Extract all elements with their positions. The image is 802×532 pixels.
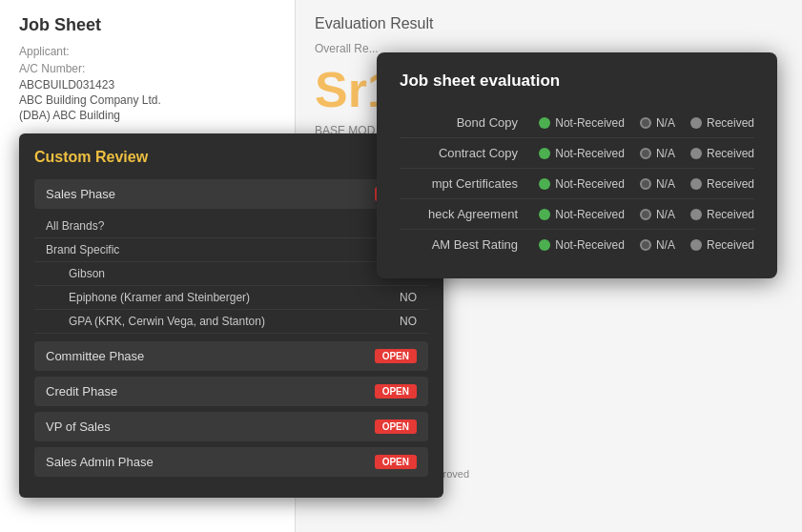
heck-not-received-label: Not-Received	[555, 208, 625, 221]
ac-label: A/C Number:	[0, 60, 295, 77]
gibson-row: Gibson	[34, 262, 428, 286]
contract-received-label: Received	[707, 147, 754, 160]
heck-received[interactable]: Received	[690, 208, 754, 221]
am-best-rating-options: Not-Received N/A Received	[533, 238, 754, 252]
mpt-na[interactable]: N/A	[640, 177, 675, 191]
gpa-value: NO	[400, 315, 417, 328]
am-received-dot	[690, 239, 702, 251]
bond-not-received-dot	[539, 117, 550, 129]
bond-copy-label: Bond Copy	[400, 115, 533, 130]
bond-copy-row: Bond Copy Not-Received N/A Received	[400, 108, 754, 138]
heck-na-dot	[640, 209, 651, 220]
bond-not-received[interactable]: Not-Received	[539, 116, 625, 130]
bond-na[interactable]: N/A	[640, 116, 675, 130]
am-na-dot	[640, 239, 651, 251]
am-received-label: Received	[707, 238, 754, 252]
mpt-received[interactable]: Received	[690, 177, 754, 191]
mpt-received-dot	[690, 178, 702, 190]
heck-na-label: N/A	[656, 208, 675, 221]
am-na[interactable]: N/A	[640, 238, 675, 252]
brand-specific-label: Brand Specific	[46, 243, 400, 256]
contract-copy-label: Contract Copy	[400, 146, 533, 160]
sales-admin-phase-row[interactable]: Sales Admin Phase OPEN	[34, 447, 428, 477]
sales-admin-phase-label: Sales Admin Phase	[46, 455, 375, 469]
mpt-not-received[interactable]: Not-Received	[539, 177, 625, 191]
bond-received[interactable]: Received	[690, 116, 754, 130]
epiphone-value: NO	[400, 291, 417, 304]
sales-admin-phase-badge: OPEN	[375, 455, 417, 469]
heck-received-label: Received	[707, 208, 754, 221]
contract-not-received[interactable]: Not-Received	[539, 147, 625, 160]
heck-received-dot	[690, 209, 702, 220]
applicant-label: Applicant:	[0, 43, 295, 60]
brand-specific-row: Brand Specific NO	[34, 238, 428, 262]
am-not-received-dot	[539, 239, 550, 251]
committee-phase-badge: OPEN	[375, 349, 417, 363]
job-sheet-title: Job Sheet	[0, 0, 295, 43]
gpa-row: GPA (KRK, Cerwin Vega, and Stanton) NO	[34, 310, 428, 334]
epiphone-row: Epiphone (Kramer and Steinberger) NO	[34, 286, 428, 310]
committee-phase-row[interactable]: Committee Phase OPEN	[34, 341, 428, 371]
am-na-label: N/A	[656, 238, 675, 252]
gpa-label: GPA (KRK, Cerwin Vega, and Stanton)	[46, 315, 400, 328]
mpt-certs-options: Not-Received N/A Received	[533, 177, 754, 191]
contract-copy-options: Not-Received N/A Received	[533, 147, 754, 160]
bond-na-label: N/A	[656, 116, 675, 130]
contract-received-dot	[690, 148, 702, 159]
am-best-rating-row: AM Best Rating Not-Received N/A Received	[400, 230, 754, 259]
heck-agreement-label: heck Agreement	[400, 207, 533, 221]
credit-phase-badge: OPEN	[375, 384, 417, 399]
mpt-not-received-dot	[539, 178, 550, 190]
all-brands-row: All Brands? NO	[34, 215, 428, 238]
heck-agreement-row: heck Agreement Not-Received N/A Received	[400, 199, 754, 230]
ac-value: ABCBUILD031423	[0, 77, 295, 92]
company-name: ABC Building Company Ltd.	[0, 92, 295, 108]
heck-agreement-options: Not-Received N/A Received	[533, 208, 754, 221]
epiphone-label: Epiphone (Kramer and Steinberger)	[46, 291, 400, 304]
contract-not-received-label: Not-Received	[555, 147, 625, 160]
bond-received-dot	[690, 117, 702, 129]
am-not-received-label: Not-Received	[555, 238, 625, 252]
committee-phase-label: Committee Phase	[46, 349, 375, 363]
contract-na[interactable]: N/A	[640, 147, 675, 160]
bond-received-label: Received	[707, 116, 754, 130]
all-brands-label: All Brands?	[46, 219, 400, 233]
mpt-certs-row: mpt Certificates Not-Received N/A Receiv…	[400, 169, 754, 199]
mpt-certs-label: mpt Certificates	[400, 176, 533, 191]
am-best-rating-label: AM Best Rating	[400, 237, 533, 252]
am-not-received[interactable]: Not-Received	[539, 238, 625, 252]
job-eval-modal: Job sheet evaluation Bond Copy Not-Recei…	[377, 52, 777, 278]
heck-na[interactable]: N/A	[640, 208, 675, 221]
mpt-received-label: Received	[707, 177, 754, 191]
bond-not-received-label: Not-Received	[555, 116, 625, 130]
contract-na-dot	[640, 148, 651, 159]
mpt-not-received-label: Not-Received	[555, 177, 625, 191]
contract-copy-row: Contract Copy Not-Received N/A Received	[400, 138, 754, 169]
job-eval-title: Job sheet evaluation	[400, 72, 754, 91]
credit-phase-label: Credit Phase	[46, 384, 375, 399]
am-received[interactable]: Received	[690, 238, 754, 252]
sales-phase-row[interactable]: Sales Phase OPEN	[34, 179, 428, 209]
heck-not-received-dot	[539, 209, 550, 220]
contract-not-received-dot	[539, 148, 550, 159]
eval-result-title: Evaluation Result	[296, 0, 802, 40]
sales-phase-label: Sales Phase	[46, 187, 375, 201]
bond-copy-options: Not-Received N/A Received	[533, 116, 754, 130]
vp-sales-row[interactable]: VP of Sales OPEN	[34, 412, 428, 441]
vp-sales-badge: OPEN	[375, 419, 417, 434]
mpt-na-label: N/A	[656, 177, 675, 191]
credit-phase-row[interactable]: Credit Phase OPEN	[34, 377, 428, 406]
mpt-na-dot	[640, 178, 651, 190]
contract-received[interactable]: Received	[690, 147, 754, 160]
vp-sales-label: VP of Sales	[46, 419, 375, 434]
gibson-label: Gibson	[46, 267, 417, 280]
contract-na-label: N/A	[656, 147, 675, 160]
bond-na-dot	[640, 117, 651, 129]
custom-review-title: Custom Review	[34, 149, 428, 166]
heck-not-received[interactable]: Not-Received	[539, 208, 625, 221]
